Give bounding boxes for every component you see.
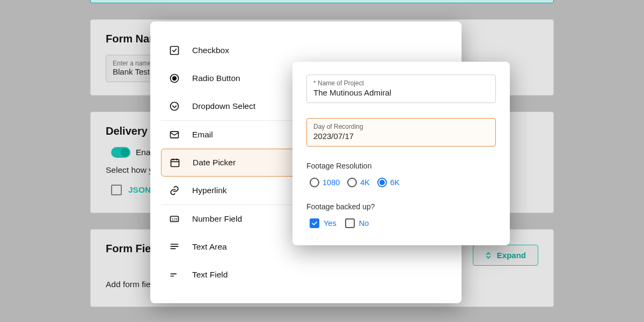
field-type-label: Number Field	[192, 214, 242, 224]
svg-point-2	[173, 77, 177, 80]
preview-project-name-input[interactable]: * Name of Project The Mutinous Admiral	[306, 75, 496, 103]
preview-resolution-label: Footage Resolution	[306, 162, 496, 170]
preview-resolution-option-6k[interactable]: 6K	[377, 178, 400, 187]
checkbox-label: Yes	[324, 219, 336, 228]
expand-button-label: Expand	[497, 251, 526, 260]
checkbox-icon	[169, 45, 180, 56]
textarea-icon	[169, 241, 180, 253]
info-banner	[90, 0, 554, 3]
field-type-label: Date Picker	[193, 158, 236, 167]
preview-backedup-label: Footage backed up?	[306, 202, 496, 211]
field-type-label: Text Field	[192, 270, 228, 280]
delivery-enable-toggle[interactable]	[111, 147, 130, 158]
preview-recording-day-input[interactable]: Day of Recording 2023/07/17	[306, 118, 496, 147]
link-icon	[169, 185, 180, 196]
radio-label: 4K	[360, 178, 370, 187]
dropdown-icon	[169, 100, 180, 112]
radio-label: 6K	[390, 178, 400, 187]
preview-project-name-label: * Name of Project	[313, 79, 489, 87]
textfield-icon	[169, 269, 180, 281]
field-type-label: Text Area	[192, 242, 227, 252]
preview-backedup-option-no[interactable]: No	[345, 218, 369, 228]
radio-checked-icon	[377, 178, 387, 187]
preview-resolution-option-1080[interactable]: 1080	[310, 178, 340, 187]
svg-rect-0	[171, 47, 179, 55]
svg-rect-5	[171, 159, 179, 166]
field-preview-card: * Name of Project The Mutinous Admiral D…	[292, 62, 510, 245]
checkbox-label: No	[359, 219, 369, 228]
field-type-label: Radio Button	[192, 74, 240, 83]
preview-recording-day-label: Day of Recording	[313, 123, 489, 130]
field-type-textfield[interactable]: Text Field	[161, 261, 451, 289]
preview-resolution-option-4k[interactable]: 4K	[347, 178, 370, 187]
radio-icon	[169, 72, 180, 84]
field-type-label: Email	[192, 130, 213, 140]
svg-point-3	[171, 103, 179, 111]
field-type-label: Checkbox	[192, 46, 229, 55]
email-icon	[169, 129, 180, 141]
preview-backedup-option-yes[interactable]: Yes	[310, 218, 336, 228]
radio-label: 1080	[323, 178, 340, 187]
preview-recording-day-value: 2023/07/17	[313, 131, 489, 141]
svg-text:123: 123	[171, 217, 177, 221]
checkbox-checked-icon	[310, 218, 319, 228]
expand-icon	[485, 251, 492, 260]
checkbox-unchecked-icon	[345, 218, 355, 228]
expand-button[interactable]: Expand	[473, 245, 538, 266]
field-type-label: Hyperlink	[192, 186, 227, 195]
delivery-json-label[interactable]: JSON	[128, 185, 151, 195]
field-type-checkbox[interactable]: Checkbox	[161, 36, 451, 64]
number-icon: 123	[169, 213, 180, 225]
calendar-icon	[169, 157, 181, 169]
field-type-label: Dropdown Select	[192, 101, 255, 111]
preview-project-name-value: The Mutinous Admiral	[313, 88, 489, 97]
delivery-json-checkbox[interactable]	[111, 185, 122, 195]
radio-unchecked-icon	[310, 178, 319, 187]
radio-unchecked-icon	[347, 178, 357, 187]
